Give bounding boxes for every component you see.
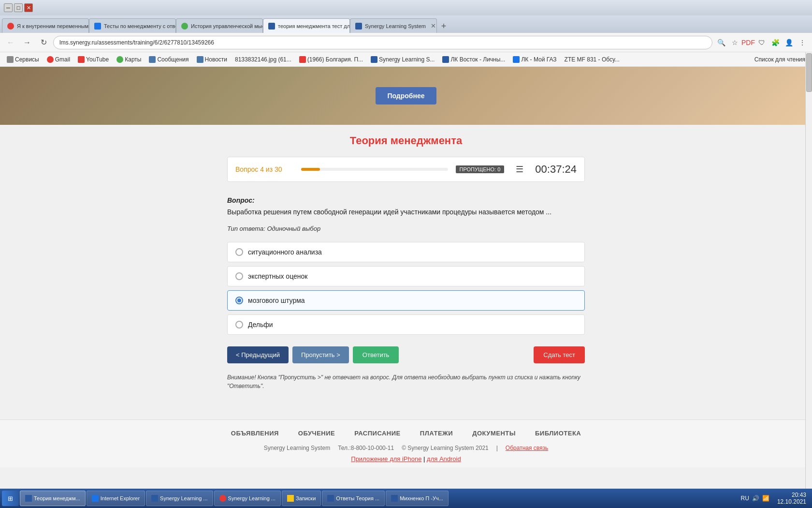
tab-favicon-4 <box>268 23 275 30</box>
minimize-button[interactable]: ─ <box>4 3 13 12</box>
footer-info: Synergy Learning System Тел.:8-800-10-00… <box>0 445 812 451</box>
refresh-button[interactable]: ↻ <box>37 36 50 49</box>
tab-5[interactable]: Synergy Learning System ✕ <box>350 18 437 33</box>
network-icon[interactable]: 📶 <box>762 495 769 502</box>
tab-label-4: теория менеджмента тест для ... <box>278 23 350 29</box>
taskbar-label-2: Internet Explorer <box>101 495 140 501</box>
taskbar-favicon-3 <box>151 495 158 502</box>
taskbar-item-7[interactable]: Михненко П -Уч... <box>386 491 449 506</box>
forward-button[interactable]: → <box>20 36 34 49</box>
taskbar-item-1[interactable]: Теория менеджм... <box>20 491 86 506</box>
footer-nav-payments[interactable]: ПЛАТЕЖИ <box>420 430 453 437</box>
shield-icon[interactable]: 🛡 <box>756 37 768 48</box>
footer-tel: Тел.:8-800-10-000-11 <box>338 445 394 451</box>
option-4[interactable]: Дельфи <box>227 314 585 335</box>
bookmark-bulgaria[interactable]: (1966) Болгария. П... <box>296 55 366 64</box>
footer-separator: | <box>496 445 498 451</box>
taskbar-label-1: Теория менеджм... <box>34 495 80 501</box>
bookmark-gmail[interactable]: Gmail <box>44 55 73 64</box>
bookmark-label-zte: ZTE MF 831 - Обсу... <box>565 56 620 63</box>
option-3[interactable]: мозгового штурма <box>227 290 585 311</box>
start-button[interactable]: ⊞ <box>2 491 19 506</box>
footer-nav-study[interactable]: ОБУЧЕНИЕ <box>298 430 335 437</box>
prev-button[interactable]: < Предыдущий <box>227 346 289 363</box>
bookmark-news[interactable]: Новости <box>194 55 230 64</box>
taskbar-item-5[interactable]: Записки <box>282 491 321 506</box>
taskbar-favicon-7 <box>391 495 398 502</box>
taskbar-item-2[interactable]: Internet Explorer <box>87 491 145 506</box>
address-bar[interactable]: lms.synergy.ru/assessments/training/6/2/… <box>53 36 712 49</box>
bookmark-synergy-s[interactable]: Synergy Learning S... <box>368 55 437 64</box>
taskbar-item-6[interactable]: Ответы Теория ... <box>322 491 385 506</box>
nav-bar: ← → ↻ lms.synergy.ru/assessments/trainin… <box>0 33 812 52</box>
tab-1[interactable]: Я к внутренним переменным о... ✕ <box>2 18 89 33</box>
bookmark-lk-vostok[interactable]: ЛК Восток - Личны... <box>439 55 508 64</box>
banner-more-button[interactable]: Подробнее <box>376 87 436 105</box>
footer-nav: ОБЪЯВЛЕНИЯ ОБУЧЕНИЕ РАСПИСАНИЕ ПЛАТЕЖИ Д… <box>0 430 812 437</box>
bookmark-reading-list[interactable]: Список для чтения <box>752 55 808 64</box>
maximize-button[interactable]: □ <box>14 3 23 12</box>
tabs-bar: Я к внутренним переменным о... ✕ Тесты п… <box>0 15 812 33</box>
tab-label-1: Я к внутренним переменным о... <box>17 23 89 29</box>
footer-nav-schedule[interactable]: РАСПИСАНИЕ <box>354 430 401 437</box>
footer-nav-library[interactable]: БИБЛИОТЕКА <box>535 430 581 437</box>
back-button[interactable]: ← <box>4 36 17 49</box>
footer-app-android-link[interactable]: для Android <box>427 455 461 463</box>
volume-icon[interactable]: 🔊 <box>752 495 759 502</box>
bookmark-services[interactable]: Сервисы <box>4 55 42 64</box>
option-label-3: мозгового штурма <box>248 297 305 304</box>
star-icon[interactable]: ☆ <box>729 37 740 48</box>
skip-button[interactable]: Пропустить > <box>292 346 349 363</box>
taskbar-item-4[interactable]: Synergy Learning ... <box>214 491 281 506</box>
window-controls: ─ □ ✕ <box>4 3 33 12</box>
title-bar: ─ □ ✕ <box>0 0 812 15</box>
taskbar-label-7: Михненко П -Уч... <box>400 495 443 501</box>
taskbar-item-3[interactable]: Synergy Learning ... <box>146 491 213 506</box>
bookmark-youtube[interactable]: YouTube <box>75 55 112 64</box>
bookmark-label-lk-gaz: ЛК - Мой ГАЗ <box>521 56 556 63</box>
start-icon: ⊞ <box>8 495 13 502</box>
answer-type-label: Тип ответа: Одиночный выбор <box>227 225 585 232</box>
scrollbar-thumb[interactable] <box>806 53 812 92</box>
questions-menu-icon[interactable]: ☰ <box>516 164 523 175</box>
bookmark-label-reading-list: Список для чтения <box>754 56 805 63</box>
progress-section: Вопрос 4 из 30 ПРОПУЩЕНО: 0 ☰ 00:37:24 <box>227 157 585 182</box>
footer-nav-docs[interactable]: ДОКУМЕНТЫ <box>472 430 516 437</box>
footer-feedback-link[interactable]: Обратная связь <box>506 445 548 451</box>
footer-nav-announcements[interactable]: ОБЪЯВЛЕНИЯ <box>231 430 279 437</box>
tab-close-5[interactable]: ✕ <box>431 22 436 30</box>
tab-label-5: Synergy Learning System <box>365 23 426 29</box>
option-2[interactable]: экспертных оценок <box>227 266 585 286</box>
systray: RU 🔊 📶 <box>738 495 772 502</box>
option-1[interactable]: ситуационного анализа <box>227 242 585 262</box>
scrollbar[interactable] <box>805 52 812 489</box>
quiz-container: Теория менеджмента Вопрос 4 из 30 ПРОПУЩ… <box>227 125 585 419</box>
tab-favicon-1 <box>7 23 14 30</box>
bookmark-lk-gaz[interactable]: ЛК - Мой ГАЗ <box>510 55 559 64</box>
new-tab-button[interactable]: + <box>437 19 450 33</box>
footer-app-ios-link[interactable]: Приложение для iPhone <box>351 455 421 463</box>
clock-time: 20:43 <box>777 492 806 498</box>
pdf-icon[interactable]: PDF <box>742 37 754 48</box>
profile-icon[interactable]: 👤 <box>783 37 795 48</box>
lang-indicator: RU <box>741 495 749 502</box>
browser-window: ─ □ ✕ Я к внутренним переменным о... ✕ Т… <box>0 0 812 467</box>
submit-test-button[interactable]: Сдать тест <box>534 346 585 363</box>
taskbar-favicon-1 <box>25 495 32 502</box>
bookmark-maps[interactable]: Карты <box>114 55 144 64</box>
bookmark-label-jpg: 8133832146.jpg (61... <box>235 56 291 63</box>
answer-button[interactable]: Ответить <box>353 346 399 363</box>
search-icon[interactable]: 🔍 <box>715 37 727 48</box>
bookmark-messages[interactable]: Сообщения <box>146 55 191 64</box>
bookmark-jpg[interactable]: 8133832146.jpg (61... <box>232 55 294 64</box>
clock-date: 12.10.2021 <box>777 498 806 505</box>
close-button[interactable]: ✕ <box>24 3 33 12</box>
tab-4[interactable]: теория менеджмента тест для ... ✕ <box>263 18 350 33</box>
menu-icon[interactable]: ⋮ <box>797 37 808 48</box>
tab-2[interactable]: Тесты по менеджменту с отве... ✕ <box>89 18 176 33</box>
taskbar-label-6: Ответы Теория ... <box>336 495 379 501</box>
footer-copyright: © Synergy Learning System 2021 <box>402 445 489 451</box>
extension-icon[interactable]: 🧩 <box>769 37 781 48</box>
tab-3[interactable]: История управленческой мысл... ✕ <box>176 18 263 33</box>
bookmark-zte[interactable]: ZTE MF 831 - Обсу... <box>562 55 623 64</box>
